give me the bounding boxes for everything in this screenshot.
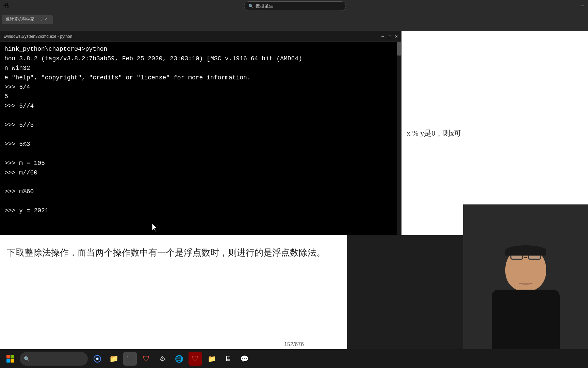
cmd-titlebar: \windows\System32\cmd.exe - python − □ ×	[0, 31, 401, 42]
cmd-maximize[interactable]: □	[388, 34, 391, 39]
cmd-line-16	[4, 197, 397, 206]
cmd-window: \windows\System32\cmd.exe - python − □ ×…	[0, 31, 402, 235]
cmd-line-5: 5	[4, 92, 397, 102]
cmd-line-14	[4, 178, 397, 187]
browser-title: 书	[3, 2, 9, 10]
cmd-line-4: >>> 5/4	[4, 83, 397, 92]
cmd-line-1: hon 3.8.2 (tags/v3.8.2:7b3ab59, Feb 25 2…	[4, 54, 397, 64]
person-view	[463, 204, 588, 368]
right-panel-text: x % y是0，则x可	[407, 127, 461, 139]
cmd-line-15: >>> m%60	[4, 187, 397, 197]
bottom-content: 下取整除法操作，而当两个操作数中有一个是浮点数时，则进行的是浮点数除法。	[0, 235, 347, 349]
webcam-overlay	[463, 204, 588, 368]
svg-point-2	[96, 358, 98, 360]
cmd-line-3: e "help", "copyright", "credits" or "lic…	[4, 73, 397, 83]
windows-icon	[6, 355, 14, 363]
person-body	[492, 290, 560, 351]
cmd-line-0: hink_python\chapter04>python	[4, 45, 397, 54]
cmd-scrollbar[interactable]	[397, 42, 401, 235]
cmd-line-11	[4, 149, 397, 159]
cmd-line-17: >>> y = 2021	[4, 206, 397, 216]
right-text-content: x % y是0，则x可	[407, 129, 461, 137]
cmd-line-6: >>> 5//4	[4, 102, 397, 111]
tab-bar: 像计算机科学家一... ×	[0, 12, 588, 24]
scrollbar-thumb[interactable]	[397, 42, 401, 56]
taskbar-shield[interactable]: 🛡	[140, 352, 153, 366]
cmd-line-12: >>> m = 105	[4, 159, 397, 168]
taskbar-chrome[interactable]	[91, 352, 104, 366]
bottom-text: 下取整除法操作，而当两个操作数中有一个是浮点数时，则进行的是浮点数除法。	[7, 245, 340, 260]
title-bar: 书 🔍 搜搜圣生 −	[0, 0, 588, 12]
taskbar-app3[interactable]: 🖥	[221, 352, 235, 366]
cmd-line-8: >>> 5//3	[4, 121, 397, 130]
taskbar-files[interactable]: 📁	[107, 352, 120, 366]
taskbar-browser[interactable]: 🌐	[172, 352, 186, 366]
cmd-line-9	[4, 130, 397, 140]
page-number: 152/676	[284, 341, 304, 348]
cmd-close[interactable]: ×	[395, 34, 398, 39]
taskbar-app1[interactable]: 🛡	[189, 352, 202, 366]
taskbar-settings[interactable]: ⚙	[156, 352, 169, 366]
taskbar: 🔍 📁 ⬛ 🛡 ⚙ 🌐 🛡 📁 🖥 💬	[0, 349, 588, 368]
taskbar-search[interactable]: 🔍	[20, 352, 88, 366]
cmd-window-controls[interactable]: − □ ×	[381, 34, 398, 39]
taskbar-wechat[interactable]: 💬	[238, 352, 251, 366]
browser-tab[interactable]: 像计算机科学家一... ×	[2, 15, 53, 24]
address-bar[interactable]: 🔍 搜搜圣生	[244, 1, 346, 11]
chrome-icon	[93, 355, 101, 363]
start-button[interactable]	[3, 352, 17, 366]
cmd-line-2: n win32	[4, 64, 397, 73]
taskbar-terminal[interactable]: ⬛	[123, 352, 137, 366]
window-minimize[interactable]: −	[581, 2, 585, 10]
tab-close-button[interactable]: ×	[45, 17, 47, 22]
cmd-title: \windows\System32\cmd.exe - python	[4, 34, 72, 39]
tab-label: 像计算机科学家一...	[6, 16, 42, 22]
cmd-line-7	[4, 111, 397, 121]
browser-chrome: 书 🔍 搜搜圣生 − 像计算机科学家一... ×	[0, 0, 588, 31]
search-value: 搜搜圣生	[256, 3, 273, 9]
person-silhouette	[492, 233, 560, 339]
person-head	[505, 247, 546, 291]
cmd-minimize[interactable]: −	[381, 34, 384, 39]
cmd-content: hink_python\chapter04>python hon 3.8.2 (…	[0, 42, 401, 235]
search-icon: 🔍	[248, 4, 254, 9]
taskbar-app2[interactable]: 📁	[205, 352, 218, 366]
taskbar-search-icon: 🔍	[24, 356, 30, 362]
cmd-line-13: >>> m//60	[4, 168, 397, 178]
cmd-line-10: >>> 5%3	[4, 140, 397, 149]
